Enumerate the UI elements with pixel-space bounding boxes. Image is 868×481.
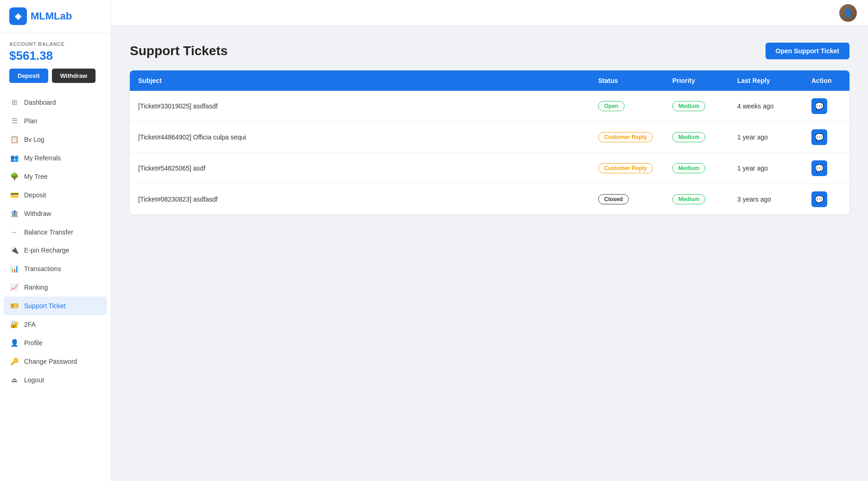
sidebar-item-label: Plan: [24, 117, 37, 125]
sidebar-item-ranking[interactable]: 📈 Ranking: [0, 278, 111, 297]
withdraw-button[interactable]: Withdraw: [52, 69, 96, 83]
priority-badge: Medium: [672, 163, 705, 173]
ticket-table: SubjectStatusPriorityLast ReplyAction [T…: [130, 70, 849, 215]
sidebar-item-label: Ranking: [24, 284, 48, 291]
ticket-action-2: 💬: [803, 153, 849, 184]
ticket-last-reply-0: 4 weeks ago: [729, 95, 803, 117]
table-row: [Ticket#08230823] asdfasdfClosedMedium3 …: [130, 184, 849, 215]
ticket-priority-2: Medium: [664, 156, 729, 181]
ticket-priority-0: Medium: [664, 94, 729, 119]
status-badge: Closed: [598, 194, 629, 204]
sidebar-item-deposit[interactable]: 💳 Deposit: [0, 186, 111, 204]
balance-label: ACCOUNT BALANCE: [9, 41, 102, 47]
th-subject: Subject: [130, 70, 590, 91]
priority-badge: Medium: [672, 101, 705, 111]
balance-buttons: Deposit Withdraw: [9, 69, 102, 83]
priority-badge: Medium: [672, 132, 705, 142]
sidebar-item-transactions[interactable]: 📊 Transactions: [0, 259, 111, 278]
sidebar-item-label: Logout: [24, 376, 44, 384]
avatar[interactable]: 👤: [839, 4, 857, 22]
dashboard-icon: ⊞: [10, 98, 19, 107]
sidebar-item-epin-recharge[interactable]: 🔌 E-pin Recharge: [0, 241, 111, 259]
sidebar-item-label: Profile: [24, 339, 43, 347]
plan-icon: ☰: [10, 117, 19, 125]
topbar: 👤: [111, 0, 868, 26]
bv-log-icon: 📋: [10, 135, 19, 144]
table-row: [Ticket#44864902] Officia culpa sequiCus…: [130, 122, 849, 153]
table-header: SubjectStatusPriorityLast ReplyAction: [130, 70, 849, 91]
main-content: 👤 Support Tickets Open Support Ticket Su…: [111, 0, 868, 481]
view-ticket-button[interactable]: 💬: [811, 160, 827, 176]
sidebar-item-my-tree[interactable]: 🌳 My Tree: [0, 167, 111, 186]
logo-text: MLMLab: [31, 10, 72, 22]
ticket-subject-1: [Ticket#44864902] Officia culpa sequi: [130, 126, 590, 148]
th-priority: Priority: [664, 70, 729, 91]
transactions-icon: 📊: [10, 265, 19, 273]
sidebar-item-logout[interactable]: ⏏ Logout: [0, 371, 111, 389]
balance-amount: $561.38: [9, 49, 102, 63]
table-row: [Ticket#54825065] asdfCustomer ReplyMedi…: [130, 153, 849, 184]
deposit-icon: 💳: [10, 191, 19, 199]
sidebar-item-support-ticket[interactable]: 🎫 Support Ticket: [4, 297, 107, 315]
sidebar-item-my-referrals[interactable]: 👥 My Referrals: [0, 149, 111, 167]
change-password-icon: 🔑: [10, 357, 19, 366]
sidebar-item-plan[interactable]: ☰ Plan: [0, 112, 111, 130]
ticket-priority-3: Medium: [664, 187, 729, 212]
ticket-subject-2: [Ticket#54825065] asdf: [130, 157, 590, 179]
deposit-button[interactable]: Deposit: [9, 69, 48, 83]
my-tree-icon: 🌳: [10, 172, 19, 181]
page-header: Support Tickets Open Support Ticket: [130, 43, 849, 59]
content-area: Support Tickets Open Support Ticket Subj…: [111, 26, 868, 481]
ticket-status-0: Open: [590, 94, 664, 119]
ticket-status-3: Closed: [590, 187, 664, 212]
sidebar-item-withdraw[interactable]: 🏦 Withdraw: [0, 204, 111, 223]
ticket-action-1: 💬: [803, 122, 849, 152]
open-support-ticket-button[interactable]: Open Support Ticket: [766, 43, 849, 59]
my-referrals-icon: 👥: [10, 154, 19, 162]
sidebar-item-label: Balance Transfer: [24, 228, 73, 236]
sidebar-item-label: Dashboard: [24, 99, 56, 106]
status-badge: Customer Reply: [598, 132, 653, 142]
sidebar-item-label: Deposit: [24, 191, 46, 199]
sidebar-item-label: My Referrals: [24, 154, 61, 162]
logout-icon: ⏏: [10, 376, 19, 384]
ticket-status-2: Customer Reply: [590, 156, 664, 181]
status-badge: Open: [598, 101, 625, 111]
ticket-subject-0: [Ticket#33019025] asdfasdf: [130, 95, 590, 117]
logo-icon: ◈: [9, 7, 27, 25]
sidebar-item-profile[interactable]: 👤 Profile: [0, 334, 111, 352]
page-title: Support Tickets: [130, 44, 228, 58]
sidebar-item-change-password[interactable]: 🔑 Change Password: [0, 352, 111, 371]
avatar-image: 👤: [839, 4, 857, 22]
th-status: Status: [590, 70, 664, 91]
profile-icon: 👤: [10, 339, 19, 347]
sidebar-nav: ⊞ Dashboard ☰ Plan 📋 Bv Log 👥 My Referra…: [0, 89, 111, 481]
table-body: [Ticket#33019025] asdfasdfOpenMedium4 we…: [130, 91, 849, 215]
sidebar-item-bv-log[interactable]: 📋 Bv Log: [0, 130, 111, 149]
ranking-icon: 📈: [10, 283, 19, 291]
sidebar: ◈ MLMLab ACCOUNT BALANCE $561.38 Deposit…: [0, 0, 111, 481]
sidebar-item-label: 2FA: [24, 321, 36, 328]
view-ticket-button[interactable]: 💬: [811, 129, 827, 145]
balance-transfer-icon: ↔: [10, 228, 19, 236]
epin-recharge-icon: 🔌: [10, 246, 19, 254]
view-ticket-button[interactable]: 💬: [811, 191, 827, 207]
sidebar-item-dashboard[interactable]: ⊞ Dashboard: [0, 93, 111, 112]
ticket-last-reply-3: 3 years ago: [729, 188, 803, 210]
sidebar-item-label: Change Password: [24, 358, 77, 365]
sidebar-item-label: Withdraw: [24, 210, 51, 217]
sidebar-item-label: E-pin Recharge: [24, 247, 69, 254]
table-row: [Ticket#33019025] asdfasdfOpenMedium4 we…: [130, 91, 849, 122]
sidebar-item-label: My Tree: [24, 173, 48, 180]
sidebar-item-balance-transfer[interactable]: ↔ Balance Transfer: [0, 223, 111, 241]
sidebar-item-2fa[interactable]: 🔐 2FA: [0, 315, 111, 334]
sidebar-item-label: Transactions: [24, 265, 61, 272]
withdraw-icon: 🏦: [10, 209, 19, 218]
logo: ◈ MLMLab: [0, 0, 111, 33]
th-last-reply: Last Reply: [729, 70, 803, 91]
view-ticket-button[interactable]: 💬: [811, 98, 827, 114]
status-badge: Customer Reply: [598, 163, 653, 173]
ticket-priority-1: Medium: [664, 125, 729, 150]
ticket-subject-3: [Ticket#08230823] asdfasdf: [130, 188, 590, 210]
sidebar-item-label: Support Ticket: [24, 302, 66, 310]
